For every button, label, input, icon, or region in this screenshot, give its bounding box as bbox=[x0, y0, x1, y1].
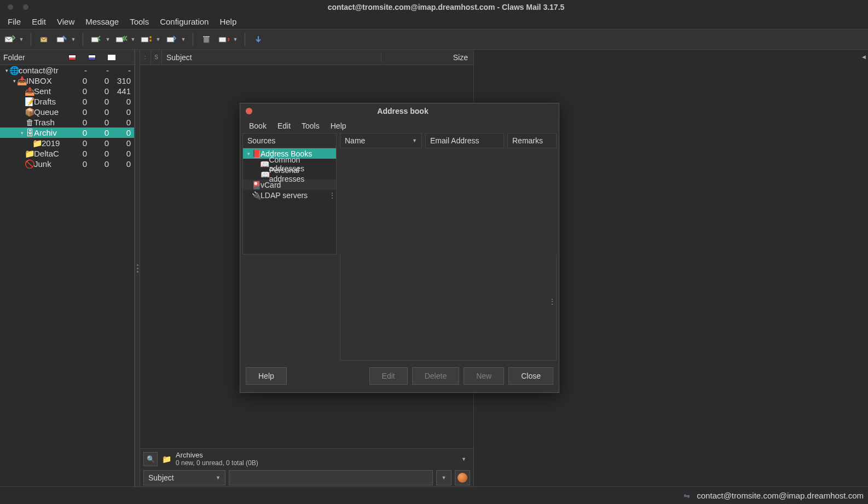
dialog-menu-book[interactable]: Book bbox=[244, 120, 272, 131]
folder-header-label[interactable]: Folder bbox=[0, 53, 62, 62]
chevron-down-icon: ▼ bbox=[216, 475, 221, 480]
reply-all-button[interactable] bbox=[114, 32, 129, 47]
dialog-menu-edit[interactable]: Edit bbox=[272, 120, 296, 131]
svg-rect-4 bbox=[116, 37, 123, 42]
search-input[interactable] bbox=[229, 470, 433, 485]
menu-help[interactable]: Help bbox=[214, 15, 242, 28]
address-book-dialog: Address book Book Edit Tools Help Source… bbox=[240, 103, 559, 393]
name-header[interactable]: Name ▼ bbox=[340, 133, 422, 148]
compose-menu[interactable]: ▼ bbox=[70, 32, 77, 47]
toolbar-separator bbox=[245, 33, 245, 46]
folder-header-total[interactable] bbox=[102, 53, 121, 62]
current-folder-summary: 0 new, 0 unread, 0 total (0B) bbox=[176, 459, 457, 467]
svg-rect-11 bbox=[219, 37, 226, 42]
svg-rect-8 bbox=[167, 37, 174, 42]
address-list[interactable]: ⋮ bbox=[340, 254, 557, 361]
window-title: contact@tromsite.com@imap.dreamhost.com … bbox=[28, 3, 864, 11]
folder-row-contact@tr[interactable]: ▾🌐 contact@tr--- bbox=[0, 65, 134, 76]
sub-icon: 📖 bbox=[260, 160, 269, 169]
get-mail-menu[interactable]: ▼ bbox=[18, 32, 25, 47]
svg-rect-10 bbox=[203, 36, 210, 37]
reply-button[interactable] bbox=[89, 32, 104, 47]
source-row-personal-addresses[interactable]: 📖 Personal addresses bbox=[243, 169, 336, 179]
dialog-close-button[interactable] bbox=[246, 108, 252, 114]
svg-point-7 bbox=[149, 39, 152, 42]
folder-row-junk[interactable]: 🚫 Junk000 bbox=[0, 159, 134, 169]
chevron-down-icon: ▼ bbox=[412, 138, 417, 143]
svg-rect-9 bbox=[204, 37, 209, 43]
source-row-ldap-servers[interactable]: 🔌 LDAP servers bbox=[243, 190, 336, 200]
sources-header[interactable]: Sources bbox=[242, 133, 337, 148]
junk-icon: 🚫 bbox=[25, 159, 34, 169]
preview-collapse-button[interactable]: ◀ bbox=[862, 54, 866, 60]
main-menubar: File Edit View Message Tools Configurati… bbox=[0, 14, 868, 29]
status-account[interactable]: contact@tromsite.com@imap.dreamhost.com bbox=[697, 491, 864, 500]
reply-list-button[interactable] bbox=[139, 32, 154, 47]
send-queued-button[interactable] bbox=[37, 32, 52, 47]
junk-button[interactable]: ✖ bbox=[216, 32, 232, 47]
menu-configuration[interactable]: Configuration bbox=[154, 15, 214, 28]
folder-info-menu[interactable]: ▼ bbox=[461, 456, 470, 462]
folder-row-deltac[interactable]: 📁 DeltaC000 bbox=[0, 148, 134, 159]
name-header-label: Name bbox=[345, 136, 365, 145]
folder-row-archiv[interactable]: ▾🗄 Archiv000 bbox=[0, 128, 134, 138]
forward-button[interactable] bbox=[164, 32, 180, 47]
close-button[interactable]: Close bbox=[508, 367, 553, 385]
delete-button[interactable]: Delete bbox=[412, 367, 459, 385]
sources-tree[interactable]: ▾📕 Address Books📖 Common addresses📖 Pers… bbox=[242, 148, 337, 254]
pane-splitter[interactable] bbox=[135, 50, 140, 486]
tree-grip[interactable]: ⋮ bbox=[328, 191, 335, 200]
email-header[interactable]: Email Address bbox=[425, 133, 504, 148]
dialog-menu-tools[interactable]: Tools bbox=[296, 120, 325, 131]
ldap-icon: 🔌 bbox=[252, 191, 261, 200]
msg-col-size[interactable]: Size bbox=[381, 53, 473, 62]
menu-view[interactable]: View bbox=[51, 15, 80, 28]
online-status-icon[interactable]: ⇋ bbox=[684, 491, 690, 500]
window-min-dot[interactable] bbox=[23, 4, 28, 10]
dialog-titlebar[interactable]: Address book bbox=[240, 103, 559, 119]
msg-col-subject[interactable]: Subject bbox=[162, 53, 381, 62]
window-close-dot[interactable] bbox=[8, 4, 13, 10]
list-grip[interactable]: ⋮ bbox=[548, 297, 555, 306]
sent-icon: 📤 bbox=[25, 86, 34, 96]
edit-button[interactable]: Edit bbox=[369, 367, 408, 385]
folder-header-unread[interactable] bbox=[82, 53, 102, 62]
menu-edit[interactable]: Edit bbox=[26, 15, 51, 28]
search-options-button[interactable]: ▼ bbox=[436, 470, 452, 485]
remarks-header[interactable]: Remarks bbox=[507, 133, 557, 148]
menu-file[interactable]: File bbox=[2, 15, 26, 28]
compose-button[interactable] bbox=[54, 32, 70, 47]
folder-row-inbox[interactable]: ▾📥 INBOX00310 bbox=[0, 76, 134, 86]
dialog-title: Address book bbox=[252, 107, 553, 115]
dialog-menubar: Book Edit Tools Help bbox=[240, 119, 559, 133]
dialog-menu-help[interactable]: Help bbox=[325, 120, 352, 131]
folder-icon: 📁 bbox=[162, 455, 171, 464]
get-mail-button[interactable] bbox=[2, 32, 18, 47]
msg-col-status[interactable]: : bbox=[140, 50, 151, 65]
folder-row-2019[interactable]: 📁 2019000 bbox=[0, 138, 134, 148]
search-field-combo[interactable]: Subject ▼ bbox=[143, 470, 225, 485]
toolbar-separator bbox=[31, 33, 31, 46]
folder-header-new[interactable] bbox=[62, 53, 82, 62]
forward-menu[interactable]: ▼ bbox=[180, 32, 187, 47]
msg-col-mark[interactable]: S bbox=[151, 50, 162, 65]
svg-rect-2 bbox=[57, 37, 64, 42]
next-unread-button[interactable] bbox=[251, 32, 266, 47]
folder-panel: Folder ▾🌐 contact@tr---▾📥 INBOX00310📤 Se… bbox=[0, 50, 135, 486]
reply-all-menu[interactable]: ▼ bbox=[129, 32, 137, 47]
folder-tree[interactable]: ▾🌐 contact@tr---▾📥 INBOX00310📤 Sent00441… bbox=[0, 65, 134, 486]
trash-button[interactable] bbox=[199, 32, 214, 47]
junk-menu[interactable]: ▼ bbox=[232, 32, 239, 47]
quick-search-toggle[interactable]: 🔍 bbox=[143, 452, 158, 466]
menu-tools[interactable]: Tools bbox=[124, 15, 154, 28]
menu-message[interactable]: Message bbox=[80, 15, 124, 28]
reply-list-menu[interactable]: ▼ bbox=[154, 32, 162, 47]
help-button[interactable]: Help bbox=[246, 367, 287, 385]
folder-row-sent[interactable]: 📤 Sent00441 bbox=[0, 86, 134, 96]
folder-row-trash[interactable]: 🗑 Trash000 bbox=[0, 117, 134, 128]
reply-menu[interactable]: ▼ bbox=[104, 32, 112, 47]
folder-row-drafts[interactable]: 📝 Drafts000 bbox=[0, 96, 134, 107]
search-go-button[interactable] bbox=[455, 470, 470, 485]
folder-row-queue[interactable]: 📦 Queue000 bbox=[0, 107, 134, 117]
new-button[interactable]: New bbox=[464, 367, 504, 385]
